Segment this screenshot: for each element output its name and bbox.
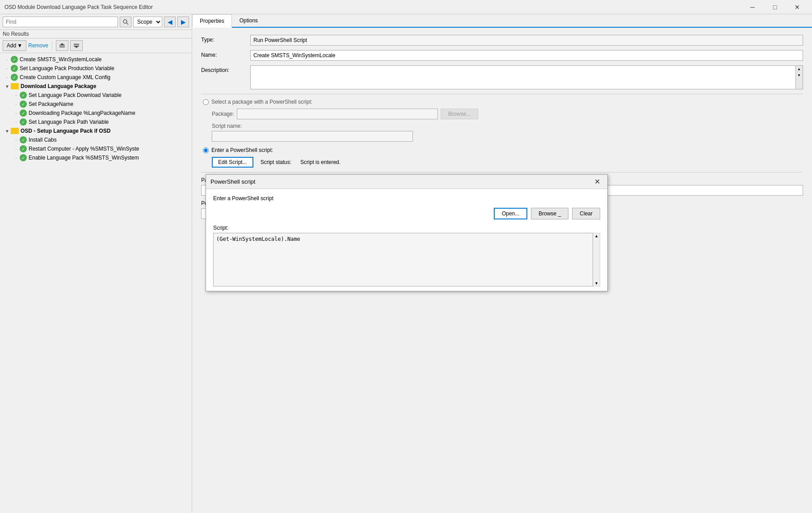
list-item[interactable]: · ✓ Create Custom Language XML Config — [0, 73, 192, 82]
scroll-down-arrow[interactable]: ▼ — [796, 72, 802, 78]
check-icon: ✓ — [20, 92, 27, 99]
section-divider — [201, 94, 803, 94]
enter-script-radio[interactable] — [203, 147, 209, 153]
list-item[interactable]: · ✓ Set PackageName — [0, 100, 192, 109]
move-up-button[interactable] — [56, 40, 68, 51]
svg-rect-3 — [59, 45, 65, 46]
list-item[interactable]: · ✓ Create SMSTS_WinSystemLocale — [0, 55, 192, 64]
list-item[interactable]: · ✓ Set Language Pack Production Variabl… — [0, 64, 192, 73]
add-button[interactable]: Add ▼ — [3, 40, 26, 51]
tree-item-label: Create Custom Language XML Config — [20, 74, 110, 80]
script-name-input[interactable] — [212, 131, 413, 142]
check-icon: ✓ — [11, 65, 18, 72]
script-name-label: Script name: — [212, 123, 803, 129]
svg-rect-5 — [74, 44, 79, 45]
tree-item-label: Enable Language Pack %SMSTS_WinSystem — [29, 155, 139, 161]
edit-script-button[interactable]: Edit Script... — [212, 157, 253, 168]
modal-scroll-up-arrow[interactable]: ▲ — [594, 234, 598, 238]
tab-options[interactable]: Options — [232, 14, 265, 27]
maximize-button[interactable]: □ — [765, 0, 785, 14]
tree-item-label: Create SMSTS_WinSystemLocale — [20, 56, 101, 63]
search-button[interactable] — [120, 17, 131, 27]
enter-script-label: Enter a PowerShell script: — [211, 147, 273, 153]
tree-expander: · — [13, 109, 20, 117]
check-icon: ✓ — [20, 118, 27, 126]
tab-properties[interactable]: Properties — [192, 14, 232, 28]
check-icon: ✓ — [20, 101, 27, 108]
title-bar: OSD Module Download Language Pack Task S… — [0, 0, 812, 14]
scroll-up-arrow[interactable]: ▲ — [796, 66, 802, 72]
package-row: Package: Browse... — [201, 109, 803, 119]
check-icon: ✓ — [20, 109, 27, 117]
remove-button[interactable]: Remove — [28, 42, 48, 49]
script-status-label: Script status: — [261, 159, 291, 165]
tree-expander: · — [13, 118, 20, 126]
modal-close-button[interactable]: ✕ — [591, 176, 603, 188]
modal-browse-button[interactable]: Browse _ — [531, 208, 568, 219]
modal-description: Enter a PowerShell script — [213, 195, 600, 202]
nav-back-button[interactable]: ◀ — [164, 17, 176, 27]
toolbar-separator — [52, 41, 52, 50]
tree-expander-open: ▼ — [4, 127, 11, 135]
package-browse-button: Browse... — [441, 109, 478, 119]
close-button[interactable]: ✕ — [787, 0, 808, 14]
move-down-button[interactable] — [70, 40, 83, 51]
description-field-container: ▲ ▼ — [250, 65, 803, 89]
list-item[interactable]: · ✓ Downloading Package %LangPackageName — [0, 109, 192, 118]
modal-scroll-down-arrow[interactable]: ▼ — [594, 281, 598, 286]
type-input[interactable] — [250, 35, 803, 46]
powershell-script-modal: PowerShell script ✕ Enter a PowerShell s… — [206, 174, 608, 291]
svg-line-1 — [126, 23, 128, 25]
tree-item-label: Install Cabs — [29, 137, 57, 143]
move-down-icon — [73, 42, 80, 49]
package-label: Package: — [212, 109, 234, 117]
tree-container: · ✓ Create SMSTS_WinSystemLocale · ✓ Set… — [0, 53, 192, 513]
folder-icon — [11, 83, 19, 89]
script-name-row: Script name: — [201, 123, 803, 142]
check-icon: ✓ — [20, 136, 27, 143]
search-input[interactable] — [3, 17, 118, 27]
svg-point-0 — [123, 20, 127, 23]
move-up-icon — [59, 42, 66, 49]
name-input[interactable] — [250, 50, 803, 61]
tree-expander: · — [13, 136, 20, 143]
nav-forward-button[interactable]: ▶ — [177, 17, 189, 27]
minimize-button[interactable]: ─ — [742, 0, 763, 14]
list-item[interactable]: · ✓ Restart Computer - Apply %SMSTS_WinS… — [0, 144, 192, 153]
tree-item-label: OSD - Setup Language Pack if OSD — [21, 128, 110, 134]
modal-script-textarea[interactable]: (Get-WinSystemLocale).Name — [213, 233, 593, 286]
tree-expander: · — [4, 65, 11, 72]
list-item[interactable]: · ✓ Enable Language Pack %SMSTS_WinSyste… — [0, 153, 192, 162]
svg-rect-6 — [74, 46, 79, 46]
list-item[interactable]: · ✓ Set Language Pack Path Variable — [0, 118, 192, 126]
tree-expander-open: ▼ — [4, 83, 11, 90]
tab-bar: Properties Options — [192, 14, 812, 28]
modal-clear-button[interactable]: Clear — [572, 208, 600, 219]
description-textarea[interactable] — [250, 65, 796, 89]
tree-item-label: Set Language Pack Download Variable — [29, 92, 122, 98]
tree-expander: · — [4, 56, 11, 63]
tree-expander: · — [13, 101, 20, 108]
list-item[interactable]: ▼ Download Language Package — [0, 82, 192, 91]
modal-open-button[interactable]: Open... — [494, 208, 527, 219]
modal-title: PowerShell script — [210, 178, 591, 185]
modal-buttons-row: Open... Browse _ Clear — [213, 208, 600, 219]
section-divider-2 — [201, 172, 803, 172]
type-row: Type: — [201, 35, 803, 46]
description-label: Description: — [201, 65, 250, 73]
svg-rect-2 — [59, 46, 65, 47]
add-chevron-icon: ▼ — [17, 42, 22, 49]
tree-item-label: Download Language Package — [21, 83, 96, 89]
script-status-value: Script is entered. — [300, 159, 341, 165]
list-item[interactable]: ▼ OSD - Setup Language Pack if OSD — [0, 126, 192, 135]
scope-select[interactable]: Scope All Name Type — [133, 17, 162, 27]
tree-item-label: Restart Computer - Apply %SMSTS_WinSyste — [29, 146, 139, 152]
list-item[interactable]: · ✓ Install Cabs — [0, 135, 192, 144]
tree-item-label: Set Language Pack Production Variable — [20, 65, 114, 71]
package-input[interactable] — [237, 109, 438, 119]
list-item[interactable]: · ✓ Set Language Pack Download Variable — [0, 91, 192, 100]
select-package-radio[interactable] — [203, 99, 209, 105]
enter-script-radio-row: Enter a PowerShell script: — [201, 147, 803, 153]
type-label: Type: — [201, 35, 250, 43]
modal-title-bar: PowerShell script ✕ — [206, 175, 607, 189]
